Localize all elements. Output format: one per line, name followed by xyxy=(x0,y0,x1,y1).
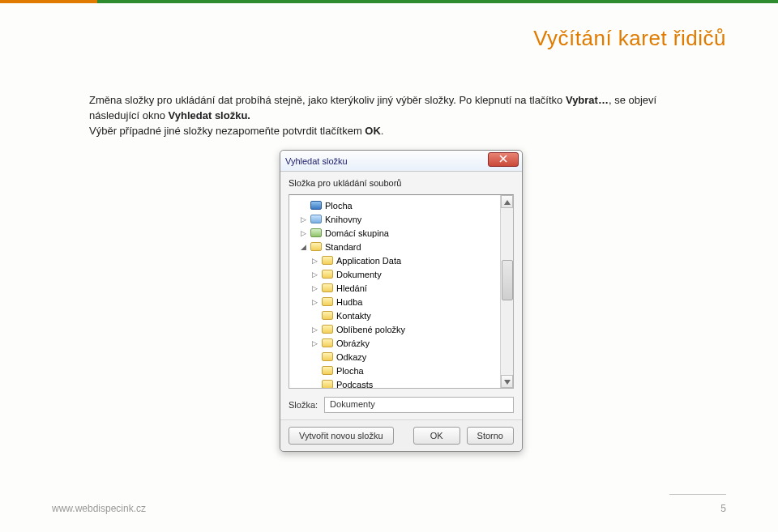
tree-item-label: Oblíbené položky xyxy=(336,325,405,334)
folder-icon xyxy=(322,325,333,334)
scroll-up-button[interactable] xyxy=(501,195,513,208)
folder-tree[interactable]: Plocha▷Knihovny▷Domácí skupina◢Standard▷… xyxy=(289,195,513,389)
new-folder-button[interactable]: Vytvořit novou složku xyxy=(289,427,394,445)
tree-item-label: Odkazy xyxy=(336,352,366,362)
tree-item[interactable]: ▷Application Data xyxy=(296,253,513,267)
cancel-button[interactable]: Storno xyxy=(467,427,514,445)
dialog-titlebar[interactable]: Vyhledat složku xyxy=(280,151,522,172)
desktop-icon xyxy=(310,201,322,211)
tree-item-label: Hudba xyxy=(336,297,362,307)
folder-input[interactable]: Dokumenty xyxy=(324,397,514,413)
folder-icon xyxy=(322,380,333,389)
folder-icon xyxy=(322,338,333,348)
tree-item[interactable]: ▷Domácí skupina xyxy=(296,226,513,240)
folder-icon xyxy=(322,270,333,279)
tree-item[interactable]: Odkazy xyxy=(296,350,513,364)
tree-item-label: Hledání xyxy=(336,283,367,293)
folder-icon xyxy=(322,366,333,376)
tree-item[interactable]: ▷Obrázky xyxy=(296,336,513,350)
folder-label: Složka: xyxy=(289,400,318,410)
scrollbar-track[interactable] xyxy=(500,195,513,388)
tree-item-label: Knihovny xyxy=(325,215,361,224)
dialog-button-row: Vytvořit novou složku OK Storno xyxy=(280,419,522,451)
close-button[interactable] xyxy=(488,152,519,167)
tree-item[interactable]: Podcasts xyxy=(296,377,513,389)
tree-item-label: Domácí skupina xyxy=(325,228,389,238)
expander-icon[interactable]: ▷ xyxy=(310,257,318,265)
tree-item-label: Podcasts xyxy=(336,380,373,389)
folder-icon xyxy=(322,352,333,362)
para2-c: . xyxy=(381,125,384,137)
expander-icon[interactable]: ▷ xyxy=(299,229,307,237)
tree-item-label: Kontakty xyxy=(336,311,371,321)
expander-icon[interactable]: ▷ xyxy=(310,326,318,334)
folder-icon xyxy=(322,283,333,293)
tree-item[interactable]: Plocha xyxy=(296,364,513,377)
expander-icon[interactable]: ▷ xyxy=(299,215,307,223)
footer-divider xyxy=(669,494,726,495)
para1-a: Změna složky pro ukládání dat probíhá st… xyxy=(89,94,566,106)
dialog-subtitle: Složka pro ukládání souborů xyxy=(280,172,522,189)
ok-button[interactable]: OK xyxy=(413,427,460,445)
scroll-down-button[interactable] xyxy=(501,375,513,388)
selected-folder-row: Složka: Dokumenty xyxy=(280,392,522,419)
tree-item[interactable]: ▷Oblíbené položky xyxy=(296,322,513,336)
folder-tree-panel: Plocha▷Knihovny▷Domácí skupina◢Standard▷… xyxy=(289,194,514,389)
tree-item[interactable]: Kontakty xyxy=(296,309,513,322)
tree-item-label: Dokumenty xyxy=(336,270,382,279)
tree-item-label: Plocha xyxy=(325,201,353,211)
folder-icon xyxy=(322,256,333,266)
tree-item[interactable]: ◢Standard xyxy=(296,240,513,253)
folder-icon xyxy=(322,311,333,321)
tree-item[interactable]: ▷Hledání xyxy=(296,281,513,295)
top-orange-accent xyxy=(0,0,97,3)
tree-item-label: Standard xyxy=(325,242,361,252)
tree-item[interactable]: ▷Knihovny xyxy=(296,212,513,226)
para2-b-bold: OK xyxy=(365,125,381,137)
scroll-thumb[interactable] xyxy=(502,260,513,300)
para1-b-bold: Vybrat… xyxy=(566,94,609,106)
body-paragraphs: Změna složky pro ukládání dat probíhá st… xyxy=(89,93,689,139)
expander-icon[interactable]: ▷ xyxy=(310,298,318,306)
tree-item-label: Application Data xyxy=(336,256,401,266)
expander-icon[interactable]: ◢ xyxy=(299,243,307,251)
expander-icon[interactable]: ▷ xyxy=(310,270,318,279)
chevron-down-icon xyxy=(504,377,511,386)
expander-icon[interactable]: ▷ xyxy=(310,339,318,347)
tree-item-label: Plocha xyxy=(336,366,364,376)
folder-browse-dialog: Vyhledat složku Složka pro ukládání soub… xyxy=(280,150,523,452)
tree-item[interactable]: ▷Dokumenty xyxy=(296,267,513,281)
tree-item[interactable]: Plocha xyxy=(296,198,513,212)
tree-item[interactable]: ▷Hudba xyxy=(296,295,513,309)
folder-icon xyxy=(322,297,333,307)
expander-icon[interactable]: ▷ xyxy=(310,284,318,292)
para1-d-bold: Vyhledat složku. xyxy=(169,109,250,121)
dialog-title: Vyhledat složku xyxy=(285,156,348,166)
footer-page-number: 5 xyxy=(720,503,726,514)
group-icon xyxy=(310,228,322,238)
tree-item-label: Obrázky xyxy=(336,338,370,348)
folder-icon xyxy=(310,242,322,252)
close-icon xyxy=(499,155,507,164)
page-title: Vyčítání karet řidičů xyxy=(533,26,726,51)
para2-a: Výběr případné jiné složky nezapomeňte p… xyxy=(89,125,365,137)
chevron-up-icon xyxy=(504,197,511,206)
footer-url: www.webdispecink.cz xyxy=(52,503,146,514)
top-green-bar xyxy=(0,0,778,3)
lib-icon xyxy=(310,215,322,224)
